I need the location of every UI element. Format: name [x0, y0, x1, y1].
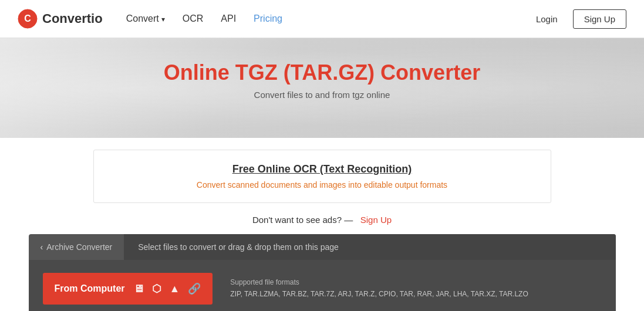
- hero-section: Online TGZ (TAR.GZ) Converter Convert fi…: [0, 38, 644, 138]
- drop-instruction: Select files to convert or drag & drop t…: [124, 234, 615, 260]
- link-icon: 🔗: [188, 282, 201, 295]
- ad-banner: Free Online OCR (Text Recognition) Conve…: [93, 150, 551, 203]
- logo-icon: C: [18, 9, 38, 29]
- login-button[interactable]: Login: [530, 11, 564, 28]
- supported-formats-section: Supported file formats ZIP, TAR.LZMA, TA…: [230, 278, 601, 299]
- converter-body: From Computer 🖥 ⬡ ▲ 🔗 Supported file for…: [29, 260, 616, 311]
- converter-header: ‹ Archive Converter Select files to conv…: [29, 234, 616, 260]
- nav-pricing[interactable]: Pricing: [254, 13, 282, 24]
- header: C Convertio Convert OCR API Pricing Logi…: [0, 0, 644, 38]
- from-computer-label: From Computer: [55, 283, 125, 294]
- archive-converter-label: Archive Converter: [46, 242, 112, 252]
- logo-text: Convertio: [42, 11, 103, 26]
- header-actions: Login Sign Up: [530, 9, 626, 29]
- ocr-label: OCR: [183, 13, 204, 23]
- no-ads-section: Don't want to see ads? — Sign Up: [0, 215, 644, 225]
- back-chevron-icon: ‹: [41, 242, 43, 252]
- from-computer-button[interactable]: From Computer 🖥 ⬡ ▲ 🔗: [43, 273, 213, 305]
- converter-widget: ‹ Archive Converter Select files to conv…: [29, 234, 616, 311]
- no-ads-text: Don't want to see ads? —: [252, 215, 353, 225]
- hero-title: Online TGZ (TAR.GZ) Converter: [12, 60, 632, 85]
- supported-list: ZIP, TAR.LZMA, TAR.BZ, TAR.7Z, ARJ, TAR.…: [230, 289, 601, 299]
- monitor-icon: 🖥: [133, 283, 144, 295]
- ad-banner-subtitle: Convert scanned documents and images int…: [112, 180, 533, 190]
- nav-api[interactable]: API: [221, 13, 236, 24]
- dropbox-icon: ⬡: [152, 282, 161, 295]
- convert-label: Convert: [126, 13, 159, 24]
- hero-subtitle: Convert files to and from tgz online: [12, 90, 632, 100]
- drive-icon: ▲: [170, 283, 180, 295]
- supported-label: Supported file formats: [230, 278, 601, 286]
- nav-convert[interactable]: Convert: [126, 13, 165, 24]
- no-ads-signup-link[interactable]: Sign Up: [360, 215, 392, 225]
- pricing-label: Pricing: [254, 13, 282, 23]
- nav-ocr[interactable]: OCR: [183, 13, 204, 24]
- back-link[interactable]: ‹ Archive Converter: [29, 234, 124, 260]
- ad-banner-title[interactable]: Free Online OCR (Text Recognition): [112, 163, 533, 175]
- svg-text:C: C: [24, 13, 31, 23]
- api-label: API: [221, 13, 236, 23]
- convert-chevron-icon: [161, 13, 165, 24]
- main-nav: Convert OCR API Pricing: [126, 13, 530, 24]
- signup-button[interactable]: Sign Up: [573, 9, 626, 29]
- logo[interactable]: C Convertio: [18, 9, 103, 29]
